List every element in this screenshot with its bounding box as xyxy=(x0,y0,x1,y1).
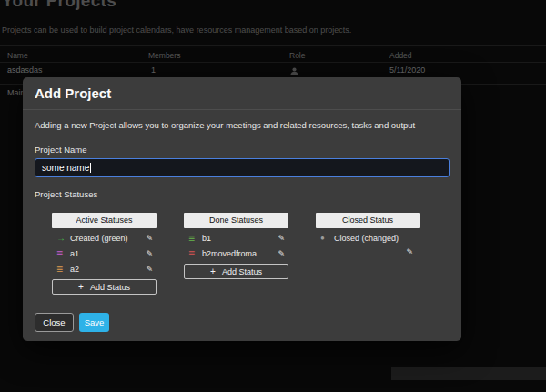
status-column-closed: Closed Status ● Closed (changed) ✎ xyxy=(316,213,420,258)
status-label: a1 xyxy=(70,249,146,258)
edit-pencil-icon[interactable]: ✎ xyxy=(278,234,285,243)
status-column-active: Active Statuses → Created (green) ✎ ≡ a1… xyxy=(52,213,157,295)
add-status-button[interactable]: + Add Status xyxy=(184,264,288,279)
plus-icon: + xyxy=(78,282,84,292)
drag-lines-icon: ≡ xyxy=(56,265,68,274)
save-button[interactable]: Save xyxy=(79,313,109,332)
arrow-right-icon: → xyxy=(56,234,68,243)
status-item[interactable]: ≡ a2 ✎ xyxy=(52,263,157,275)
closed-status-header: Closed Status xyxy=(316,213,420,228)
plus-icon: + xyxy=(210,266,216,276)
edit-pencil-icon[interactable]: ✎ xyxy=(146,265,153,274)
status-item[interactable]: → Created (green) ✎ xyxy=(52,232,157,244)
status-label: a2 xyxy=(70,265,146,274)
edit-pencil-icon[interactable]: ✎ xyxy=(278,249,285,258)
status-item[interactable]: ≡ b1 ✎ xyxy=(184,232,288,244)
text-caret xyxy=(90,163,91,173)
status-column-done: Done Statuses ≡ b1 ✎ ≡ b2movedfroma ✎ + … xyxy=(184,213,288,279)
modal-header: Add Project xyxy=(23,77,461,110)
footer-divider xyxy=(23,307,461,307)
add-status-label: Add Status xyxy=(222,267,262,276)
edit-pencil-icon[interactable]: ✎ xyxy=(146,234,153,243)
modal-title: Add Project xyxy=(35,85,111,101)
edit-pencil-icon[interactable]: ✎ xyxy=(406,247,413,258)
project-name-value: some name xyxy=(42,163,89,173)
add-status-button[interactable]: + Add Status xyxy=(52,279,157,295)
project-statuses-label: Project Statuses xyxy=(35,189,97,199)
add-status-label: Add Status xyxy=(90,283,130,292)
add-project-modal: Add Project Adding a new Project allows … xyxy=(23,77,461,341)
status-item[interactable]: ≡ b2movedfroma ✎ xyxy=(184,247,288,259)
modal-description: Adding a new Project allows you to organ… xyxy=(35,120,452,130)
drag-lines-icon: ≡ xyxy=(56,249,68,258)
done-statuses-header: Done Statuses xyxy=(184,213,288,228)
edit-pencil-icon[interactable]: ✎ xyxy=(146,249,153,258)
project-name-label: Project Name xyxy=(35,145,87,155)
close-button[interactable]: Close xyxy=(35,313,74,332)
project-name-input[interactable]: some name xyxy=(35,158,450,177)
active-statuses-header: Active Statuses xyxy=(52,213,157,228)
drag-lines-icon: ≡ xyxy=(188,249,200,258)
status-item[interactable]: ≡ a1 ✎ xyxy=(52,247,157,259)
dot-icon: ● xyxy=(320,234,332,243)
app-root: Your Projects Projects can be used to bu… xyxy=(0,0,546,392)
status-label: b2movedfroma xyxy=(202,249,278,258)
drag-lines-icon: ≡ xyxy=(188,234,200,243)
status-item[interactable]: ● Closed (changed) xyxy=(316,232,420,244)
status-label: Closed (changed) xyxy=(334,234,416,243)
status-edit-row: ✎ xyxy=(316,247,420,258)
status-label: Created (green) xyxy=(70,234,146,243)
status-label: b1 xyxy=(202,234,278,243)
